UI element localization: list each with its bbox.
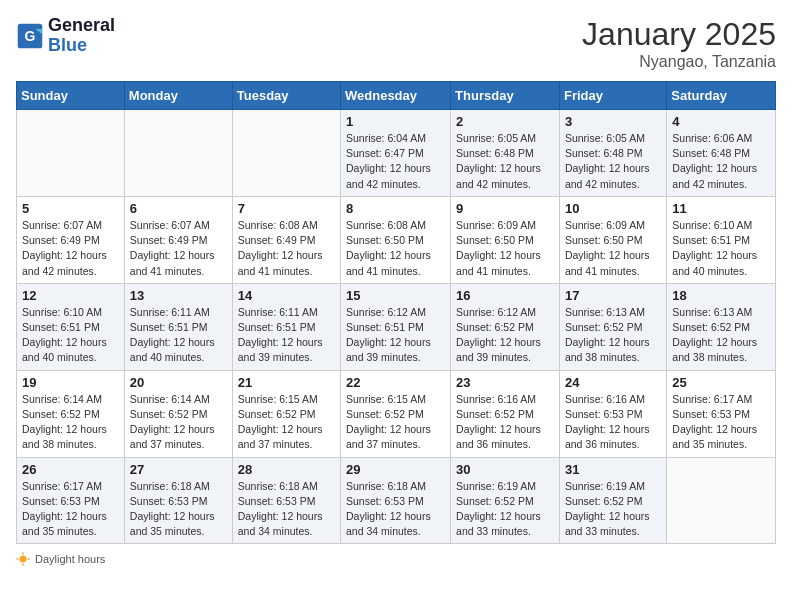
day-number: 25 xyxy=(672,375,770,390)
daylight-label: Daylight hours xyxy=(16,552,105,566)
calendar-cell: 11Sunrise: 6:10 AM Sunset: 6:51 PM Dayli… xyxy=(667,196,776,283)
day-info: Sunrise: 6:07 AM Sunset: 6:49 PM Dayligh… xyxy=(22,218,119,279)
day-number: 11 xyxy=(672,201,770,216)
day-number: 15 xyxy=(346,288,445,303)
day-info: Sunrise: 6:16 AM Sunset: 6:52 PM Dayligh… xyxy=(456,392,554,453)
day-info: Sunrise: 6:15 AM Sunset: 6:52 PM Dayligh… xyxy=(238,392,335,453)
calendar-cell xyxy=(17,110,125,197)
day-number: 27 xyxy=(130,462,227,477)
day-info: Sunrise: 6:13 AM Sunset: 6:52 PM Dayligh… xyxy=(565,305,661,366)
day-of-week-header: Tuesday xyxy=(232,82,340,110)
calendar-cell: 27Sunrise: 6:18 AM Sunset: 6:53 PM Dayli… xyxy=(124,457,232,544)
day-number: 28 xyxy=(238,462,335,477)
day-number: 17 xyxy=(565,288,661,303)
calendar-cell: 12Sunrise: 6:10 AM Sunset: 6:51 PM Dayli… xyxy=(17,283,125,370)
day-info: Sunrise: 6:11 AM Sunset: 6:51 PM Dayligh… xyxy=(130,305,227,366)
calendar-cell xyxy=(232,110,340,197)
day-number: 13 xyxy=(130,288,227,303)
calendar-cell: 2Sunrise: 6:05 AM Sunset: 6:48 PM Daylig… xyxy=(451,110,560,197)
calendar-footer: Daylight hours xyxy=(16,552,776,566)
day-number: 19 xyxy=(22,375,119,390)
calendar-week-row: 5Sunrise: 6:07 AM Sunset: 6:49 PM Daylig… xyxy=(17,196,776,283)
calendar-cell: 26Sunrise: 6:17 AM Sunset: 6:53 PM Dayli… xyxy=(17,457,125,544)
day-number: 23 xyxy=(456,375,554,390)
day-info: Sunrise: 6:10 AM Sunset: 6:51 PM Dayligh… xyxy=(22,305,119,366)
day-info: Sunrise: 6:14 AM Sunset: 6:52 PM Dayligh… xyxy=(22,392,119,453)
month-title: January 2025 xyxy=(582,16,776,53)
svg-point-3 xyxy=(20,556,27,563)
calendar-cell: 14Sunrise: 6:11 AM Sunset: 6:51 PM Dayli… xyxy=(232,283,340,370)
day-number: 21 xyxy=(238,375,335,390)
calendar-cell: 15Sunrise: 6:12 AM Sunset: 6:51 PM Dayli… xyxy=(341,283,451,370)
svg-text:G: G xyxy=(25,28,36,44)
day-of-week-header: Wednesday xyxy=(341,82,451,110)
day-info: Sunrise: 6:12 AM Sunset: 6:51 PM Dayligh… xyxy=(346,305,445,366)
day-of-week-header: Saturday xyxy=(667,82,776,110)
calendar-cell: 3Sunrise: 6:05 AM Sunset: 6:48 PM Daylig… xyxy=(559,110,666,197)
location: Nyangao, Tanzania xyxy=(582,53,776,71)
calendar-week-row: 26Sunrise: 6:17 AM Sunset: 6:53 PM Dayli… xyxy=(17,457,776,544)
day-number: 24 xyxy=(565,375,661,390)
logo-text: General Blue xyxy=(48,16,115,56)
calendar-week-row: 1Sunrise: 6:04 AM Sunset: 6:47 PM Daylig… xyxy=(17,110,776,197)
calendar-cell: 6Sunrise: 6:07 AM Sunset: 6:49 PM Daylig… xyxy=(124,196,232,283)
calendar-cell: 7Sunrise: 6:08 AM Sunset: 6:49 PM Daylig… xyxy=(232,196,340,283)
day-info: Sunrise: 6:15 AM Sunset: 6:52 PM Dayligh… xyxy=(346,392,445,453)
day-info: Sunrise: 6:19 AM Sunset: 6:52 PM Dayligh… xyxy=(565,479,661,540)
day-info: Sunrise: 6:18 AM Sunset: 6:53 PM Dayligh… xyxy=(346,479,445,540)
day-info: Sunrise: 6:05 AM Sunset: 6:48 PM Dayligh… xyxy=(456,131,554,192)
calendar-cell: 21Sunrise: 6:15 AM Sunset: 6:52 PM Dayli… xyxy=(232,370,340,457)
day-number: 4 xyxy=(672,114,770,129)
day-number: 29 xyxy=(346,462,445,477)
day-number: 3 xyxy=(565,114,661,129)
calendar-table: SundayMondayTuesdayWednesdayThursdayFrid… xyxy=(16,81,776,544)
day-info: Sunrise: 6:14 AM Sunset: 6:52 PM Dayligh… xyxy=(130,392,227,453)
calendar-week-row: 12Sunrise: 6:10 AM Sunset: 6:51 PM Dayli… xyxy=(17,283,776,370)
calendar-cell xyxy=(667,457,776,544)
day-info: Sunrise: 6:09 AM Sunset: 6:50 PM Dayligh… xyxy=(456,218,554,279)
calendar-cell: 9Sunrise: 6:09 AM Sunset: 6:50 PM Daylig… xyxy=(451,196,560,283)
calendar-week-row: 19Sunrise: 6:14 AM Sunset: 6:52 PM Dayli… xyxy=(17,370,776,457)
calendar-cell: 1Sunrise: 6:04 AM Sunset: 6:47 PM Daylig… xyxy=(341,110,451,197)
calendar-cell: 4Sunrise: 6:06 AM Sunset: 6:48 PM Daylig… xyxy=(667,110,776,197)
calendar-cell xyxy=(124,110,232,197)
calendar-cell: 31Sunrise: 6:19 AM Sunset: 6:52 PM Dayli… xyxy=(559,457,666,544)
day-number: 31 xyxy=(565,462,661,477)
calendar-cell: 8Sunrise: 6:08 AM Sunset: 6:50 PM Daylig… xyxy=(341,196,451,283)
calendar-cell: 20Sunrise: 6:14 AM Sunset: 6:52 PM Dayli… xyxy=(124,370,232,457)
day-number: 1 xyxy=(346,114,445,129)
day-number: 12 xyxy=(22,288,119,303)
day-info: Sunrise: 6:08 AM Sunset: 6:49 PM Dayligh… xyxy=(238,218,335,279)
day-info: Sunrise: 6:13 AM Sunset: 6:52 PM Dayligh… xyxy=(672,305,770,366)
day-info: Sunrise: 6:16 AM Sunset: 6:53 PM Dayligh… xyxy=(565,392,661,453)
calendar-cell: 29Sunrise: 6:18 AM Sunset: 6:53 PM Dayli… xyxy=(341,457,451,544)
day-number: 10 xyxy=(565,201,661,216)
calendar-cell: 25Sunrise: 6:17 AM Sunset: 6:53 PM Dayli… xyxy=(667,370,776,457)
day-number: 14 xyxy=(238,288,335,303)
calendar-header-row: SundayMondayTuesdayWednesdayThursdayFrid… xyxy=(17,82,776,110)
day-number: 5 xyxy=(22,201,119,216)
day-number: 9 xyxy=(456,201,554,216)
day-number: 26 xyxy=(22,462,119,477)
day-info: Sunrise: 6:11 AM Sunset: 6:51 PM Dayligh… xyxy=(238,305,335,366)
calendar-cell: 19Sunrise: 6:14 AM Sunset: 6:52 PM Dayli… xyxy=(17,370,125,457)
day-info: Sunrise: 6:18 AM Sunset: 6:53 PM Dayligh… xyxy=(130,479,227,540)
day-info: Sunrise: 6:09 AM Sunset: 6:50 PM Dayligh… xyxy=(565,218,661,279)
day-of-week-header: Friday xyxy=(559,82,666,110)
day-info: Sunrise: 6:05 AM Sunset: 6:48 PM Dayligh… xyxy=(565,131,661,192)
day-number: 18 xyxy=(672,288,770,303)
page-header: G General Blue January 2025 Nyangao, Tan… xyxy=(16,16,776,71)
day-number: 22 xyxy=(346,375,445,390)
day-info: Sunrise: 6:07 AM Sunset: 6:49 PM Dayligh… xyxy=(130,218,227,279)
day-number: 30 xyxy=(456,462,554,477)
day-info: Sunrise: 6:12 AM Sunset: 6:52 PM Dayligh… xyxy=(456,305,554,366)
calendar-cell: 23Sunrise: 6:16 AM Sunset: 6:52 PM Dayli… xyxy=(451,370,560,457)
day-number: 6 xyxy=(130,201,227,216)
day-of-week-header: Monday xyxy=(124,82,232,110)
calendar-cell: 18Sunrise: 6:13 AM Sunset: 6:52 PM Dayli… xyxy=(667,283,776,370)
calendar-cell: 30Sunrise: 6:19 AM Sunset: 6:52 PM Dayli… xyxy=(451,457,560,544)
calendar-cell: 5Sunrise: 6:07 AM Sunset: 6:49 PM Daylig… xyxy=(17,196,125,283)
calendar-cell: 22Sunrise: 6:15 AM Sunset: 6:52 PM Dayli… xyxy=(341,370,451,457)
day-info: Sunrise: 6:08 AM Sunset: 6:50 PM Dayligh… xyxy=(346,218,445,279)
day-number: 16 xyxy=(456,288,554,303)
